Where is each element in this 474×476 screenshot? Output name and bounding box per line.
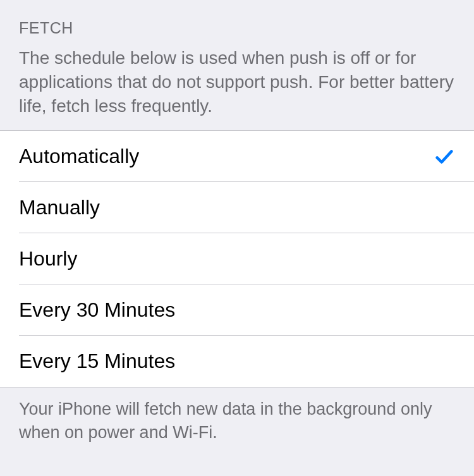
fetch-section: FETCH The schedule below is used when pu… <box>0 0 474 456</box>
option-label: Every 30 Minutes <box>19 298 175 322</box>
option-label: Automatically <box>19 145 139 168</box>
option-label: Manually <box>19 196 100 219</box>
option-hourly[interactable]: Hourly <box>0 233 474 284</box>
option-every-30-minutes[interactable]: Every 30 Minutes <box>0 284 474 336</box>
option-manually[interactable]: Manually <box>0 182 474 233</box>
option-label: Every 15 Minutes <box>19 350 175 373</box>
section-footer: Your iPhone will fetch new data in the b… <box>0 388 474 456</box>
option-label: Hourly <box>19 247 77 271</box>
section-header: FETCH <box>0 0 474 46</box>
option-automatically[interactable]: Automatically <box>0 131 474 182</box>
fetch-options-list: Automatically Manually Hourly <box>0 130 474 388</box>
section-description: The schedule below is used when push is … <box>0 46 474 130</box>
option-every-15-minutes[interactable]: Every 15 Minutes <box>0 336 474 387</box>
checkmark-icon <box>434 146 455 168</box>
